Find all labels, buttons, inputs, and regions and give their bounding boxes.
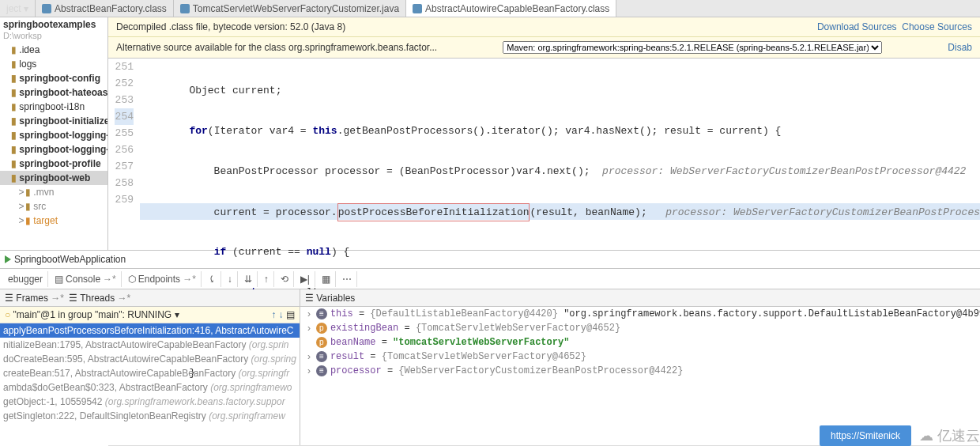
endpoints-tab[interactable]: ⬡Endpoints→* — [123, 271, 202, 287]
filter-button[interactable]: ▤ — [286, 309, 295, 320]
pin-icon: →* — [103, 274, 116, 285]
tab-label: AbstractAutowireCapableBeanFactory.class — [425, 3, 609, 14]
var-badge: p — [316, 323, 327, 334]
chevron-icon: › — [305, 308, 313, 319]
chevron-icon: › — [305, 323, 313, 334]
stack-frame[interactable]: createBean:517, AbstractAutowireCapableB… — [0, 366, 300, 380]
pin-icon: →* — [183, 274, 196, 285]
folder-icon: ▮ — [11, 172, 17, 183]
project-root[interactable]: springbootexamples D:\worksp — [0, 17, 107, 43]
prev-frame-button[interactable]: ↑ — [271, 309, 276, 320]
run-to-cursor-button[interactable]: ▶| — [296, 271, 315, 287]
project-tree: springbootexamples D:\worksp ▮ .idea ▮ l… — [0, 17, 108, 250]
evaluate-button[interactable]: ▦ — [317, 271, 336, 287]
variable-row[interactable]: ›≡result = {TomcatServletWebServerFactor… — [300, 350, 980, 364]
stack-frame[interactable]: nitializeBean:1795, AbstractAutowireCapa… — [0, 338, 300, 352]
variables-panel: ☰ Variables→* ›≡this = {DefaultListableB… — [300, 289, 980, 445]
frame-list: applyBeanPostProcessorsBeforeInitializat… — [0, 323, 300, 445]
force-step-button[interactable]: ⇊ — [239, 271, 258, 287]
tab-label: TomcatServletWebServerFactoryCustomizer.… — [193, 3, 399, 14]
frames-panel: ☰ Frames →* ☰ Threads →* ○ "main"@1 in g… — [0, 289, 300, 445]
tree-item[interactable]: ▮ springboot-initializer-quick — [0, 114, 107, 128]
tree-item[interactable]: ▮ springboot-config — [0, 71, 107, 85]
stack-frame[interactable]: getObject:-1, 10559542 (org.springframew… — [0, 395, 300, 409]
tab-label: AbstractBeanFactory.class — [55, 3, 167, 14]
chevron-icon: › — [305, 365, 313, 376]
folder-icon: ▮ — [25, 187, 31, 198]
folder-icon: ▮ — [11, 101, 17, 112]
banner-text: Decompiled .class file, bytecode version… — [116, 21, 345, 32]
folder-icon: ▮ — [11, 87, 17, 98]
chevron-icon: > — [17, 187, 25, 198]
disable-link[interactable]: Disab — [948, 42, 972, 53]
folder-icon: ▮ — [11, 44, 17, 55]
download-sources-link[interactable]: Download Sources — [817, 21, 897, 32]
banner-text: Alternative source available for the cla… — [116, 42, 437, 53]
java-icon — [180, 4, 190, 13]
endpoints-icon: ⬡ — [128, 274, 136, 285]
variable-row[interactable]: pbeanName = "tomcatServletWebServerFacto… — [300, 335, 980, 350]
tree-item[interactable]: ▮ springboot-profile — [0, 157, 107, 171]
stack-frame[interactable]: applyBeanPostProcessorsBeforeInitializat… — [0, 323, 300, 338]
next-frame-button[interactable]: ↓ — [279, 309, 284, 320]
step-over-button[interactable]: ⤹ — [203, 271, 221, 287]
console-tab[interactable]: ▤Console→* — [50, 271, 122, 287]
folder-icon: ▮ — [11, 73, 17, 84]
debugger-tab[interactable]: ebugger — [3, 271, 48, 287]
altsource-banner: Alternative source available for the cla… — [108, 37, 980, 59]
stack-frame[interactable]: doCreateBean:595, AbstractAutowireCapabl… — [0, 352, 300, 366]
drop-frame-button[interactable]: ⟲ — [276, 271, 294, 287]
tree-sub[interactable]: >▮ target — [0, 214, 107, 228]
tree-item[interactable]: ▮ springboot-logging-log4j — [0, 128, 107, 142]
chevron-icon: > — [17, 201, 25, 212]
chevron-icon: › — [305, 351, 313, 362]
folder-icon: ▮ — [25, 201, 31, 212]
class-icon — [42, 4, 51, 13]
variable-row[interactable]: ›pexistingBean = {TomcatServletWebServer… — [300, 321, 980, 335]
run-config-name[interactable]: SpringbootWebApplication — [14, 254, 126, 265]
tree-sub[interactable]: >▮ src — [0, 199, 107, 214]
chevron-icon — [305, 337, 313, 348]
step-into-button[interactable]: ↓ — [223, 271, 238, 287]
var-badge: ≡ — [316, 351, 327, 362]
class-icon — [413, 4, 422, 13]
folder-icon: ▮ — [11, 144, 17, 155]
tree-item[interactable]: ▮ springboot-hateoas — [0, 85, 107, 100]
variable-row[interactable]: ›≡processor = {WebServerFactoryCustomize… — [300, 364, 980, 378]
folder-icon: ▮ — [25, 215, 31, 226]
step-out-button[interactable]: ↑ — [259, 271, 274, 287]
tree-item[interactable]: ▮ springboot-i18n — [0, 100, 107, 114]
folder-icon: ▮ — [11, 158, 17, 169]
watermark: https://Smitenick ☁ 亿速云 — [820, 425, 980, 446]
variable-row[interactable]: ›≡this = {DefaultListableBeanFactory@442… — [300, 307, 980, 321]
var-badge: ≡ — [316, 365, 327, 376]
tree-sub[interactable]: >▮ .mvn — [0, 185, 107, 199]
editor: Decompiled .class file, bytecode version… — [108, 17, 980, 250]
chevron-icon: > — [17, 215, 25, 226]
tree-item[interactable]: ▮ logs — [0, 57, 107, 71]
stack-frame[interactable]: getSingleton:222, DefaultSingletonBeanRe… — [0, 409, 300, 423]
decompile-banner: Decompiled .class file, bytecode version… — [108, 17, 980, 37]
source-select[interactable]: Maven: org.springframework:spring-beans:… — [503, 41, 882, 54]
run-icon[interactable] — [5, 255, 11, 263]
var-badge: ≡ — [316, 308, 327, 319]
variables-tab[interactable]: ☰ Variables — [305, 293, 355, 304]
folder-icon: ▮ — [11, 59, 17, 70]
tree-item[interactable]: ▮ .idea — [0, 43, 107, 57]
folder-icon: ▮ — [11, 130, 17, 141]
threads-tab[interactable]: ☰ Threads →* — [69, 293, 130, 304]
frames-tab[interactable]: ☰ Frames →* — [5, 293, 64, 304]
tab-2[interactable]: AbstractAutowireCapableBeanFactory.class — [406, 0, 616, 17]
more-button[interactable]: ⋯ — [337, 271, 357, 287]
var-badge: p — [316, 337, 327, 348]
tab-1[interactable]: TomcatServletWebServerFactoryCustomizer.… — [174, 0, 406, 17]
tab-stub: ject ▾ — [0, 0, 36, 17]
stack-frame[interactable]: ambda$doGetBean$0:323, AbstractBeanFacto… — [0, 380, 300, 395]
tab-0[interactable]: AbstractBeanFactory.class — [36, 0, 174, 17]
choose-sources-link[interactable]: Choose Sources — [902, 21, 972, 32]
tree-item[interactable]: ▮ springboot-logging-logbac — [0, 142, 107, 157]
thread-selector[interactable]: ○ "main"@1 in group "main": RUNNING ▾ ↑ … — [0, 307, 300, 323]
tree-item-selected[interactable]: ▮ springboot-web — [0, 171, 107, 185]
console-icon: ▤ — [55, 274, 63, 285]
editor-tabs: ject ▾ AbstractBeanFactory.class TomcatS… — [0, 0, 980, 17]
